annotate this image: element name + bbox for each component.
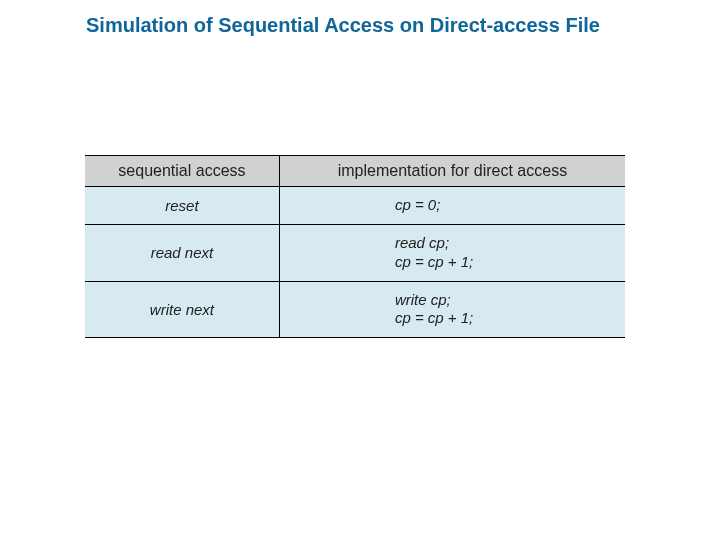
table-header-col2: implementation for direct access — [279, 156, 625, 187]
slide-title: Simulation of Sequential Access on Direc… — [86, 14, 720, 37]
impl-cell: read cp;cp = cp + 1; — [279, 225, 625, 282]
access-table: sequential access implementation for dir… — [85, 155, 625, 338]
impl-cell: write cp;cp = cp + 1; — [279, 281, 625, 338]
slide: Simulation of Sequential Access on Direc… — [0, 0, 720, 540]
table-header-col1: sequential access — [85, 156, 279, 187]
op-cell: write next — [85, 281, 279, 338]
table-header-row: sequential access implementation for dir… — [85, 156, 625, 187]
table-row: reset cp = 0; — [85, 187, 625, 225]
impl-cell: cp = 0; — [279, 187, 625, 225]
table-row: write next write cp;cp = cp + 1; — [85, 281, 625, 338]
op-cell: read next — [85, 225, 279, 282]
table-container: sequential access implementation for dir… — [85, 155, 625, 338]
table-row: read next read cp;cp = cp + 1; — [85, 225, 625, 282]
op-cell: reset — [85, 187, 279, 225]
